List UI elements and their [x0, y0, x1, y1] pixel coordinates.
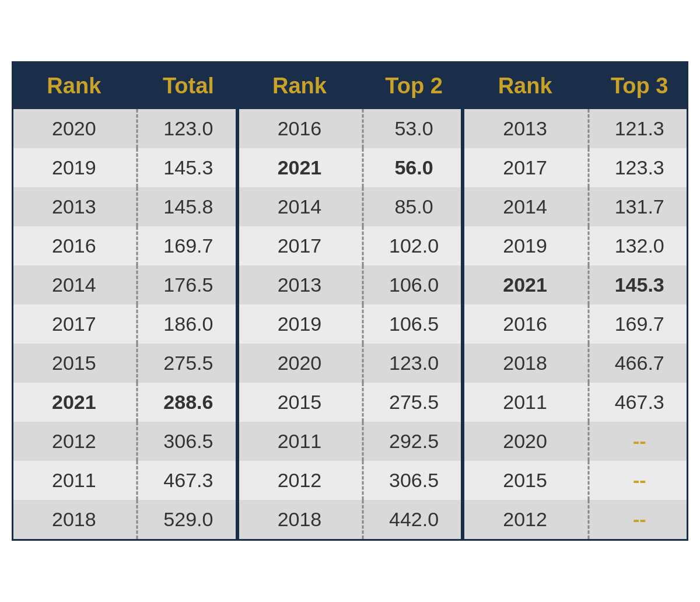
col1-rank-cell: 2014	[13, 265, 135, 304]
col1-rank-cell: 2015	[13, 344, 135, 383]
col2-rank-cell: 2021	[239, 148, 360, 187]
dashed-divider-1	[135, 187, 142, 226]
table-row: 2018529.02018442.02012--	[13, 500, 687, 539]
col3-top-cell: --	[592, 461, 687, 500]
table-row: 2015275.52020123.02018466.7	[13, 344, 687, 383]
table-row: 2012306.52011292.52020--	[13, 422, 687, 461]
header-top3: Top 3	[592, 63, 687, 109]
dashed-divider-1	[135, 148, 142, 187]
dashed-divider-1	[135, 304, 142, 344]
col3-top-cell: --	[592, 422, 687, 461]
table-row: 2013145.8201485.02014131.7	[13, 187, 687, 226]
col2-rank-cell: 2017	[239, 226, 360, 265]
col1-rank-cell: 2016	[13, 226, 135, 265]
table-row: 2021288.62015275.52011467.3	[13, 383, 687, 422]
dashed-divider-3	[586, 148, 593, 187]
dashed-divider-2	[360, 187, 367, 226]
col1-total-cell: 467.3	[141, 461, 235, 500]
col1-rank-cell: 2021	[13, 383, 135, 422]
col1-total-cell: 145.8	[141, 187, 235, 226]
col3-rank-cell: 2012	[464, 500, 586, 539]
dashed-divider-1	[135, 109, 142, 148]
col2-rank-cell: 2011	[239, 422, 360, 461]
col3-rank-cell: 2016	[464, 304, 586, 344]
col2-top-cell: 56.0	[367, 148, 461, 187]
dashed-divider-3	[586, 187, 593, 226]
col2-rank-cell: 2019	[239, 304, 360, 344]
dashed-divider-1	[135, 422, 142, 461]
col2-rank-cell: 2018	[239, 500, 360, 539]
table-row: 2016169.72017102.02019132.0	[13, 226, 687, 265]
col2-top-cell: 85.0	[367, 187, 461, 226]
dashed-divider-3	[586, 304, 593, 344]
header-div-2	[360, 63, 367, 109]
col1-total-cell: 306.5	[141, 422, 235, 461]
header-rank-3: Rank	[464, 63, 586, 109]
dashed-divider-2	[360, 383, 367, 422]
col1-rank-cell: 2013	[13, 187, 135, 226]
dashed-divider-1	[135, 265, 142, 304]
col3-rank-cell: 2018	[464, 344, 586, 383]
col1-total-cell: 529.0	[141, 500, 235, 539]
col2-top-cell: 442.0	[367, 500, 461, 539]
table-row: 2017186.02019106.52016169.7	[13, 304, 687, 344]
col3-top-cell: 466.7	[592, 344, 687, 383]
col2-top-cell: 53.0	[367, 109, 461, 148]
col2-top-cell: 306.5	[367, 461, 461, 500]
col3-top-cell: 121.3	[592, 109, 687, 148]
col2-rank-cell: 2015	[239, 383, 360, 422]
col1-total-cell: 145.3	[141, 148, 235, 187]
main-table-wrapper: Rank Total Rank Top 2 Rank Top 3 2020123…	[12, 61, 688, 541]
col2-rank-cell: 2013	[239, 265, 360, 304]
col3-top-cell: --	[592, 500, 687, 539]
col1-rank-cell: 2011	[13, 461, 135, 500]
dashed-divider-2	[360, 226, 367, 265]
col1-total-cell: 186.0	[141, 304, 235, 344]
header-row: Rank Total Rank Top 2 Rank Top 3	[13, 63, 687, 109]
header-rank-2: Rank	[239, 63, 360, 109]
dashed-divider-1	[135, 500, 142, 539]
col2-top-cell: 292.5	[367, 422, 461, 461]
col3-rank-cell: 2013	[464, 109, 586, 148]
col2-top-cell: 106.5	[367, 304, 461, 344]
table-row: 2011467.32012306.52015--	[13, 461, 687, 500]
col3-top-cell: 131.7	[592, 187, 687, 226]
col2-top-cell: 275.5	[367, 383, 461, 422]
col1-rank-cell: 2020	[13, 109, 135, 148]
dashed-divider-1	[135, 461, 142, 500]
col3-rank-cell: 2015	[464, 461, 586, 500]
col3-rank-cell: 2011	[464, 383, 586, 422]
dashed-divider-1	[135, 344, 142, 383]
col3-rank-cell: 2019	[464, 226, 586, 265]
dashed-divider-3	[586, 109, 593, 148]
col2-top-cell: 102.0	[367, 226, 461, 265]
col2-rank-cell: 2016	[239, 109, 360, 148]
col2-rank-cell: 2012	[239, 461, 360, 500]
col3-rank-cell: 2017	[464, 148, 586, 187]
col1-rank-cell: 2012	[13, 422, 135, 461]
dashed-divider-3	[586, 344, 593, 383]
table-row: 2014176.52013106.02021145.3	[13, 265, 687, 304]
col1-total-cell: 275.5	[141, 344, 235, 383]
dashed-divider-3	[586, 461, 593, 500]
col3-top-cell: 145.3	[592, 265, 687, 304]
col3-rank-cell: 2021	[464, 265, 586, 304]
dashed-divider-2	[360, 148, 367, 187]
col2-top-cell: 123.0	[367, 344, 461, 383]
dashed-divider-1	[135, 226, 142, 265]
rankings-table: Rank Total Rank Top 2 Rank Top 3 2020123…	[13, 63, 687, 539]
dashed-divider-3	[586, 422, 593, 461]
dashed-divider-2	[360, 344, 367, 383]
col3-top-cell: 467.3	[592, 383, 687, 422]
col1-rank-cell: 2017	[13, 304, 135, 344]
dashed-divider-2	[360, 461, 367, 500]
header-div-1	[135, 63, 142, 109]
header-div-3	[586, 63, 593, 109]
col1-total-cell: 176.5	[141, 265, 235, 304]
dashed-divider-3	[586, 383, 593, 422]
col1-total-cell: 169.7	[141, 226, 235, 265]
dashed-divider-3	[586, 500, 593, 539]
col1-total-cell: 288.6	[141, 383, 235, 422]
col3-top-cell: 123.3	[592, 148, 687, 187]
table-body: 2020123.0201653.02013121.32019145.320215…	[13, 109, 687, 539]
